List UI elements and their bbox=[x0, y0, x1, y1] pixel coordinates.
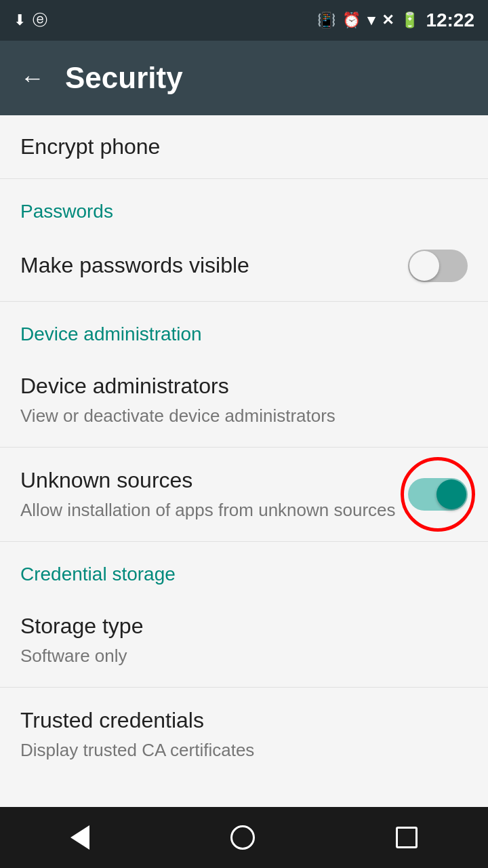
trusted-credentials-text: Trusted credentials Display trusted CA c… bbox=[20, 707, 468, 762]
unknown-sources-title: Unknown sources bbox=[20, 467, 408, 495]
signal-icon: ✕ bbox=[382, 12, 394, 29]
unknown-sources-toggle-wrap bbox=[408, 478, 468, 511]
device-administrators-item[interactable]: Device administrators View or deactivate… bbox=[0, 353, 488, 447]
storage-type-subtitle: Software only bbox=[20, 644, 468, 668]
storage-type-text: Storage type Software only bbox=[20, 612, 468, 668]
encrypt-phone-item[interactable]: Encrypt phone bbox=[0, 115, 488, 178]
unknown-sources-text: Unknown sources Allow installation of ap… bbox=[20, 467, 408, 522]
make-passwords-visible-text: Make passwords visible bbox=[20, 252, 408, 280]
section-header-device-administration: Device administration bbox=[0, 302, 488, 353]
alarm-icon: ⏰ bbox=[342, 12, 361, 29]
trusted-credentials-subtitle: Display trusted CA certificates bbox=[20, 738, 468, 762]
recents-icon bbox=[396, 827, 418, 848]
unknown-sources-item[interactable]: Unknown sources Allow installation of ap… bbox=[0, 448, 488, 541]
toggle-slider-passwords[interactable] bbox=[408, 250, 468, 282]
device-administrators-title: Device administrators bbox=[20, 372, 468, 401]
device-administrators-subtitle: View or deactivate device administrators bbox=[20, 403, 468, 428]
vibrate-icon: 📳 bbox=[317, 12, 336, 29]
main-content: Encrypt phone Passwords Make passwords v… bbox=[0, 115, 488, 807]
app-icon: ⓔ bbox=[33, 10, 47, 31]
status-time: 12:22 bbox=[426, 9, 474, 31]
nav-recents-button[interactable] bbox=[375, 820, 438, 855]
top-bar: ← Security bbox=[0, 41, 488, 115]
home-icon bbox=[230, 825, 255, 850]
battery-icon: 🔋 bbox=[401, 12, 419, 29]
bottom-nav bbox=[0, 807, 488, 868]
status-bar: ⬇ ⓔ 📳 ⏰ ▾ ✕ 🔋 12:22 bbox=[0, 0, 488, 41]
section-header-credential-storage: Credential storage bbox=[0, 542, 488, 593]
make-passwords-visible-title: Make passwords visible bbox=[20, 252, 408, 280]
back-button[interactable]: ← bbox=[20, 64, 45, 92]
nav-back-button[interactable] bbox=[50, 818, 110, 856]
trusted-credentials-item[interactable]: Trusted credentials Display trusted CA c… bbox=[0, 688, 488, 781]
nav-home-button[interactable] bbox=[210, 818, 275, 856]
trusted-credentials-title: Trusted credentials bbox=[20, 707, 468, 735]
download-icon: ⬇ bbox=[14, 12, 26, 29]
page-title: Security bbox=[65, 61, 183, 95]
make-passwords-visible-toggle[interactable] bbox=[408, 250, 468, 282]
unknown-sources-toggle[interactable] bbox=[408, 478, 468, 511]
storage-type-title: Storage type bbox=[20, 612, 468, 641]
wifi-icon: ▾ bbox=[367, 12, 375, 29]
encrypt-phone-title: Encrypt phone bbox=[20, 134, 468, 159]
back-icon bbox=[70, 825, 89, 850]
unknown-sources-subtitle: Allow installation of apps from unknown … bbox=[20, 498, 408, 522]
toggle-slider-unknown-sources[interactable] bbox=[408, 478, 468, 511]
make-passwords-visible-item[interactable]: Make passwords visible bbox=[0, 231, 488, 301]
section-header-passwords: Passwords bbox=[0, 179, 488, 231]
storage-type-item[interactable]: Storage type Software only bbox=[0, 593, 488, 687]
status-icons-left: ⬇ ⓔ bbox=[14, 10, 47, 31]
device-administrators-text: Device administrators View or deactivate… bbox=[20, 372, 468, 428]
status-icons-right: 📳 ⏰ ▾ ✕ 🔋 12:22 bbox=[317, 9, 474, 31]
